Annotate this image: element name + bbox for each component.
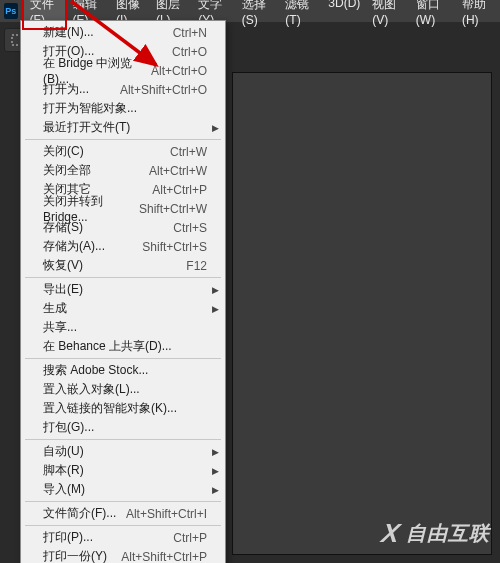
menu-item-label: 自动(U) <box>43 443 84 460</box>
menu-item-label: 恢复(V) <box>43 257 83 274</box>
chevron-right-icon: ▶ <box>212 123 219 133</box>
menu-item-shortcut: Ctrl+O <box>172 45 213 59</box>
menu-item-shortcut: Ctrl+W <box>170 145 213 159</box>
watermark: X 自由互联 <box>382 518 490 549</box>
menu-item-shortcut: Ctrl+N <box>173 26 213 40</box>
menubar-item[interactable]: 帮助(H) <box>456 0 500 30</box>
menu-item-label: 搜索 Adobe Stock... <box>43 362 148 379</box>
menu-item-label: 脚本(R) <box>43 462 84 479</box>
menu-item[interactable]: 搜索 Adobe Stock... <box>21 361 225 380</box>
menu-item[interactable]: 最近打开文件(T)▶ <box>21 118 225 137</box>
menu-item[interactable]: 存储为(A)...Shift+Ctrl+S <box>21 237 225 256</box>
menu-item-shortcut: Alt+Ctrl+W <box>149 164 213 178</box>
menu-item[interactable]: 导出(E)▶ <box>21 280 225 299</box>
menu-item-shortcut: Alt+Shift+Ctrl+I <box>126 507 213 521</box>
menubar-item[interactable]: 选择(S) <box>236 0 280 30</box>
menu-item-label: 新建(N)... <box>43 24 94 41</box>
menu-item-label: 打印(P)... <box>43 529 93 546</box>
menu-item-shortcut: Alt+Shift+Ctrl+P <box>121 550 213 564</box>
menu-item-label: 导入(M) <box>43 481 85 498</box>
menu-item-label: 置入嵌入对象(L)... <box>43 381 140 398</box>
file-menu-dropdown: 新建(N)...Ctrl+N打开(O)...Ctrl+O在 Bridge 中浏览… <box>20 20 226 563</box>
menubar: Ps 文件(F)编辑(E)图像(I)图层(L)文字(Y)选择(S)滤镜(T)3D… <box>0 0 500 22</box>
menu-item[interactable]: 置入嵌入对象(L)... <box>21 380 225 399</box>
menu-item-label: 打印一份(Y) <box>43 548 107 563</box>
menu-item[interactable]: 打开为智能对象... <box>21 99 225 118</box>
menu-item[interactable]: 打包(G)... <box>21 418 225 437</box>
menu-item[interactable]: 在 Bridge 中浏览(B)...Alt+Ctrl+O <box>21 61 225 80</box>
menu-item[interactable]: 恢复(V)F12 <box>21 256 225 275</box>
menu-separator <box>25 277 221 278</box>
menu-item-label: 文件简介(F)... <box>43 505 116 522</box>
menu-item-label: 在 Behance 上共享(D)... <box>43 338 172 355</box>
menu-item[interactable]: 脚本(R)▶ <box>21 461 225 480</box>
menu-separator <box>25 139 221 140</box>
menu-item[interactable]: 关闭(C)Ctrl+W <box>21 142 225 161</box>
menu-item-label: 关闭(C) <box>43 143 84 160</box>
menu-item-shortcut: Alt+Shift+Ctrl+O <box>120 83 213 97</box>
app-icon: Ps <box>4 3 18 19</box>
menu-item-label: 打开为... <box>43 81 89 98</box>
menu-item-label: 存储为(A)... <box>43 238 105 255</box>
menu-item[interactable]: 生成▶ <box>21 299 225 318</box>
menu-separator <box>25 501 221 502</box>
menu-separator <box>25 439 221 440</box>
menu-separator <box>25 358 221 359</box>
menu-item-label: 共享... <box>43 319 77 336</box>
menu-item[interactable]: 关闭全部Alt+Ctrl+W <box>21 161 225 180</box>
document-canvas <box>232 72 492 555</box>
chevron-right-icon: ▶ <box>212 447 219 457</box>
menu-item-shortcut: Ctrl+P <box>173 531 213 545</box>
menu-item-label: 置入链接的智能对象(K)... <box>43 400 177 417</box>
watermark-text: 自由互联 <box>406 520 490 547</box>
menu-item-label: 关闭全部 <box>43 162 91 179</box>
menu-item-shortcut: Shift+Ctrl+W <box>139 202 213 216</box>
menu-item[interactable]: 打印一份(Y)Alt+Shift+Ctrl+P <box>21 547 225 563</box>
menu-item-label: 最近打开文件(T) <box>43 119 130 136</box>
menu-item-label: 打开为智能对象... <box>43 100 137 117</box>
menu-item-shortcut: F12 <box>186 259 213 273</box>
chevron-right-icon: ▶ <box>212 466 219 476</box>
menu-item[interactable]: 共享... <box>21 318 225 337</box>
menu-item-shortcut: Shift+Ctrl+S <box>142 240 213 254</box>
menu-separator <box>25 525 221 526</box>
menu-item-shortcut: Alt+Ctrl+O <box>151 64 213 78</box>
menu-item[interactable]: 打印(P)...Ctrl+P <box>21 528 225 547</box>
menu-item[interactable]: 置入链接的智能对象(K)... <box>21 399 225 418</box>
menu-item[interactable]: 文件简介(F)...Alt+Shift+Ctrl+I <box>21 504 225 523</box>
menu-item[interactable]: 在 Behance 上共享(D)... <box>21 337 225 356</box>
menubar-item[interactable]: 视图(V) <box>366 0 410 30</box>
menu-item-label: 打包(G)... <box>43 419 94 436</box>
menu-item[interactable]: 自动(U)▶ <box>21 442 225 461</box>
menu-item-shortcut: Alt+Ctrl+P <box>152 183 213 197</box>
menu-item[interactable]: 新建(N)...Ctrl+N <box>21 23 225 42</box>
menu-item[interactable]: 打开为...Alt+Shift+Ctrl+O <box>21 80 225 99</box>
chevron-right-icon: ▶ <box>212 485 219 495</box>
menu-item-label: 导出(E) <box>43 281 83 298</box>
chevron-right-icon: ▶ <box>212 285 219 295</box>
menubar-item[interactable]: 3D(D) <box>322 0 366 30</box>
menu-item[interactable]: 导入(M)▶ <box>21 480 225 499</box>
chevron-right-icon: ▶ <box>212 304 219 314</box>
menubar-item[interactable]: 窗口(W) <box>410 0 456 30</box>
menu-item[interactable]: 关闭并转到 Bridge...Shift+Ctrl+W <box>21 199 225 218</box>
menu-item-label: 生成 <box>43 300 67 317</box>
menu-item-shortcut: Ctrl+S <box>173 221 213 235</box>
menu-item-label: 存储(S) <box>43 219 83 236</box>
menubar-item[interactable]: 滤镜(T) <box>279 0 322 30</box>
watermark-x-icon: X <box>379 518 403 549</box>
menu-item[interactable]: 存储(S)Ctrl+S <box>21 218 225 237</box>
